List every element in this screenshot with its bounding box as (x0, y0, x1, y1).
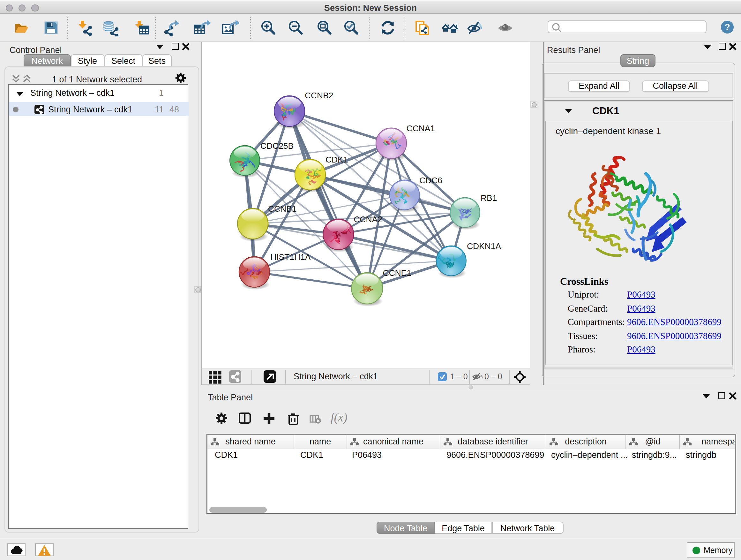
svg-text:CCNB2: CCNB2 (305, 90, 333, 100)
svg-text:CCNB1: CCNB1 (268, 204, 296, 213)
svg-text:RB1: RB1 (481, 193, 497, 202)
svg-text:CDK1: CDK1 (326, 154, 348, 164)
svg-text:CDC25B: CDC25B (260, 141, 293, 150)
svg-text:?: ? (724, 22, 730, 32)
svg-text:CDKN1A: CDKN1A (467, 241, 501, 251)
svg-text:HIST1H1A: HIST1H1A (270, 252, 311, 261)
svg-text:CCNA1: CCNA1 (407, 123, 435, 133)
svg-text:CDC6: CDC6 (419, 175, 442, 185)
svg-text:CCNA2: CCNA2 (354, 214, 382, 224)
svg-text:CCNE1: CCNE1 (383, 268, 411, 277)
